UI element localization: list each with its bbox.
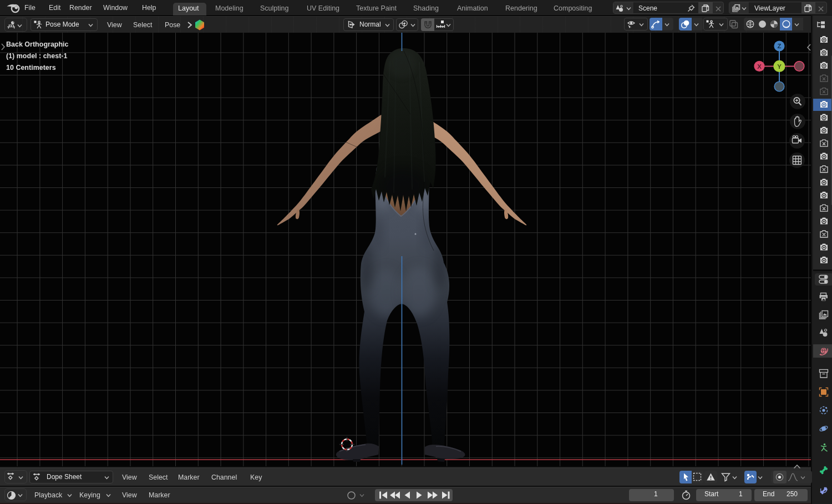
- svg-text:Z: Z: [777, 43, 781, 49]
- svg-text:Back Orthographic: Back Orthographic: [6, 40, 69, 48]
- svg-text:10 Centimeters: 10 Centimeters: [6, 64, 56, 72]
- svg-text:Y: Y: [777, 63, 782, 70]
- svg-text:X: X: [757, 63, 762, 70]
- svg-text:(1) model : chest-1: (1) model : chest-1: [6, 52, 67, 60]
